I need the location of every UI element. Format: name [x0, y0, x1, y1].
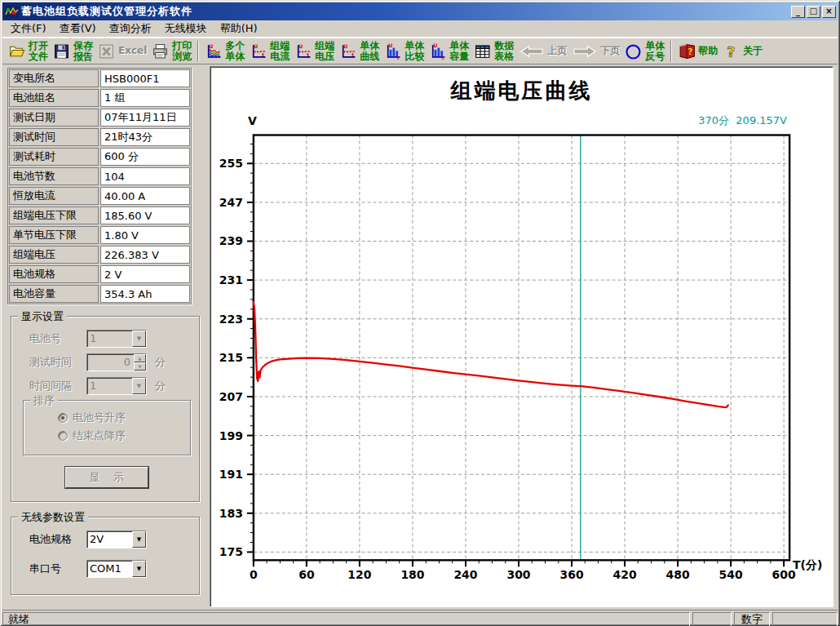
toolbar-button-about[interactable]: ?关于 — [720, 39, 765, 64]
svg-text:247: 247 — [219, 196, 243, 209]
info-table: 变电所名HSB000F1电池组名1 组测试日期07年11月11日测试时间21时4… — [7, 68, 192, 304]
test-time-unit: 分 — [155, 355, 166, 370]
toolbar-button-group-current[interactable]: Ut组端电流 — [247, 39, 292, 64]
svg-text:t: t — [442, 55, 444, 60]
svg-text:255: 255 — [219, 157, 243, 170]
battery-no-select: 1 ▼ — [86, 330, 147, 348]
info-label: 电池组名 — [9, 89, 99, 107]
minimize-button[interactable]: _ — [791, 6, 805, 18]
menu-wireless[interactable]: 无线模块 — [158, 20, 214, 38]
toolbar-label: 电压 — [315, 51, 334, 62]
client-area: 变电所名HSB000F1电池组名1 组测试日期07年11月11日测试时间21时4… — [2, 64, 838, 609]
toolbar-button-print-preview[interactable]: 打印浏览 — [149, 39, 194, 64]
info-label: 单节电压下限 — [9, 226, 99, 244]
left-panel: 变电所名HSB000F1电池组名1 组测试日期07年11月11日测试时间21时4… — [2, 64, 208, 609]
svg-text:t: t — [352, 52, 355, 57]
close-button[interactable]: × — [822, 6, 836, 18]
info-label: 测试时间 — [9, 128, 99, 146]
question-icon: ? — [723, 42, 741, 60]
status-num-mode: 数字 — [734, 612, 770, 626]
status-pane-2 — [772, 612, 838, 626]
info-label: 恒放电流 — [9, 187, 99, 205]
toolbar-button-next-page: 下页 — [569, 39, 622, 64]
multi-curve-icon: U — [205, 42, 223, 60]
svg-text:t: t — [307, 52, 310, 57]
svg-text:223: 223 — [219, 313, 243, 326]
menu-view[interactable]: 查看(V) — [53, 20, 103, 38]
info-value: 21时43分 — [100, 128, 190, 146]
table-icon — [474, 42, 492, 60]
svg-text:U: U — [389, 42, 393, 48]
toolbar-button-data-table[interactable]: 数据表格 — [471, 39, 516, 64]
menu-file[interactable]: 文件(F) — [4, 20, 53, 38]
info-value: HSB000F1 — [100, 69, 190, 87]
toolbar-label: 打印 — [172, 41, 192, 51]
info-value: 07年11月11日 — [100, 109, 190, 127]
table-row: 测试日期07年11月11日 — [8, 108, 191, 127]
svg-text:0: 0 — [250, 568, 258, 581]
open-folder-icon — [8, 42, 26, 60]
test-time-spinner: 0 ▲ ▼ — [86, 353, 147, 371]
info-value: 600 分 — [100, 148, 190, 166]
toolbar-label: 单体 — [405, 41, 424, 51]
toolbar: 打开文件保存报告Excel打印浏览U多个单体Ut组端电流Ut组端电压Ut单体曲线… — [2, 38, 838, 64]
info-label: 电池容量 — [9, 285, 99, 303]
toolbar-button-group-voltage[interactable]: Ut组端电压 — [292, 39, 337, 64]
menu-query[interactable]: 查询分析 — [103, 20, 158, 38]
svg-text:180: 180 — [400, 568, 424, 581]
interval-unit: 分 — [155, 379, 166, 393]
info-value: 1.80 V — [100, 226, 190, 244]
toolbar-label: 电流 — [270, 51, 290, 62]
radio-checked-icon — [58, 413, 68, 423]
toolbar-button-excel-export: Excel — [95, 39, 149, 64]
toolbar-label: 组端 — [315, 41, 334, 51]
menu-help[interactable]: 帮助(H) — [214, 20, 264, 38]
toolbar-button-help[interactable]: ?帮助 — [675, 39, 720, 64]
wireless-settings-group: 无线参数设置 电池规格 2V ▼ 串口号 COM1 ▼ — [11, 517, 200, 595]
maximize-button[interactable]: □ — [807, 6, 820, 18]
test-time-label: 测试时间 — [20, 355, 86, 370]
app-window: 蓄电池组负载测试仪管理分析软件 _ □ × 文件(F) 查看(V) 查询分析 无… — [0, 0, 840, 626]
title-bar: 蓄电池组负载测试仪管理分析软件 _ □ × — [2, 2, 838, 20]
table-row: 测试时间21时43分 — [8, 127, 191, 147]
toolbar-button-cell-capacity[interactable]: Ut单体容量 — [427, 39, 471, 64]
chart-plot[interactable]: 2552472392312232152071991911831750601201… — [210, 67, 833, 606]
wireless-settings-title: 无线参数设置 — [18, 510, 88, 525]
svg-text:207: 207 — [219, 390, 243, 403]
toolbar-label: 组端 — [270, 41, 290, 51]
table-row: 变电所名HSB000F1 — [8, 69, 191, 88]
toolbar-button-save-report[interactable]: 保存报告 — [51, 39, 95, 64]
toolbar-button-prev-page: 上页 — [516, 39, 569, 64]
curve-icon: Ut — [339, 42, 357, 60]
toolbar-label: 单体 — [225, 51, 245, 62]
svg-text:175: 175 — [219, 545, 243, 558]
bars-icon: Ut — [429, 42, 447, 60]
info-label: 测试日期 — [9, 109, 99, 127]
interval-select: 1 ▼ — [86, 377, 147, 395]
toolbar-button-open-file[interactable]: 打开文件 — [6, 39, 51, 64]
chevron-down-icon: ▼ — [132, 561, 146, 577]
toolbar-label: Excel — [118, 46, 147, 56]
toolbar-label: 保存 — [73, 41, 93, 51]
arrow-left-icon — [519, 43, 545, 60]
svg-text:U: U — [344, 42, 348, 48]
toolbar-button-multi-cell[interactable]: U多个单体 — [202, 39, 247, 64]
toolbar-label: 多个 — [225, 41, 245, 51]
save-icon — [53, 42, 71, 60]
toolbar-label: 文件 — [29, 51, 48, 62]
display-settings-title: 显示设置 — [18, 309, 67, 324]
curve-icon: Ut — [250, 42, 267, 60]
toolbar-label: 上页 — [547, 46, 567, 56]
com-port-select[interactable]: COM1 ▼ — [86, 560, 147, 578]
info-value: 40.00 A — [100, 187, 190, 205]
cursor-readout: 370分 209.157V — [698, 113, 787, 128]
toolbar-button-cell-invert[interactable]: 单体反号 — [622, 39, 667, 64]
battery-spec-select[interactable]: 2V ▼ — [86, 531, 147, 548]
y-axis-label: V — [248, 114, 257, 127]
svg-text:239: 239 — [219, 235, 243, 248]
table-row: 恒放电流40.00 A — [8, 186, 191, 206]
toolbar-button-cell-curve[interactable]: Ut单体曲线 — [337, 39, 382, 64]
toolbar-label: 容量 — [449, 51, 469, 62]
toolbar-button-cell-compare[interactable]: Ut单体比较 — [382, 39, 427, 64]
spin-down-icon: ▼ — [134, 362, 146, 371]
